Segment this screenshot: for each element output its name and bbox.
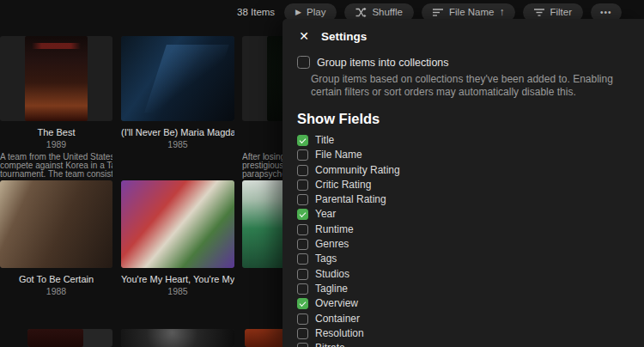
field-option-title[interactable]: Title bbox=[297, 135, 644, 146]
field-checkbox[interactable] bbox=[297, 298, 308, 309]
field-option-file-name[interactable]: File Name bbox=[297, 149, 644, 161]
sort-icon bbox=[433, 9, 444, 16]
poster-image[interactable] bbox=[0, 36, 112, 121]
field-option-year[interactable]: Year bbox=[297, 209, 644, 220]
settings-panel: ✕ Settings Group items into collections … bbox=[283, 19, 644, 347]
field-checkbox[interactable] bbox=[297, 343, 308, 347]
thumbnail-image[interactable] bbox=[121, 329, 234, 347]
group-into-collections-label: Group items into collections bbox=[317, 57, 449, 69]
field-option-tags[interactable]: Tags bbox=[297, 253, 644, 265]
sort-ascending-icon: ↑ bbox=[499, 7, 504, 17]
filter-icon bbox=[534, 9, 544, 16]
card-year: 1985 bbox=[121, 286, 234, 296]
card-overview: A team from the United States is going t… bbox=[0, 153, 112, 179]
field-option-resolution[interactable]: Resolution bbox=[297, 328, 644, 339]
shuffle-icon bbox=[355, 8, 367, 17]
field-checkbox[interactable] bbox=[297, 224, 308, 235]
media-card[interactable]: (I'll Never Be) Maria Magdalena 1985 bbox=[121, 36, 234, 149]
field-checkbox[interactable] bbox=[297, 165, 308, 176]
card-title: Got To Be Certain bbox=[0, 274, 112, 285]
field-option-critic-rating[interactable]: Critic Rating bbox=[297, 180, 644, 191]
ellipsis-icon: ••• bbox=[600, 8, 612, 17]
group-into-collections-checkbox[interactable] bbox=[297, 56, 310, 69]
field-option-parental-rating[interactable]: Parental Rating bbox=[297, 194, 644, 205]
field-checkbox[interactable] bbox=[297, 239, 308, 250]
field-checkbox[interactable] bbox=[297, 194, 308, 205]
field-option-runtime[interactable]: Runtime bbox=[297, 224, 644, 235]
field-checkbox[interactable] bbox=[297, 209, 308, 220]
close-icon[interactable]: ✕ bbox=[298, 30, 310, 42]
card-title: You're My Heart, You're My Soul bbox=[121, 274, 234, 285]
field-option-community-rating[interactable]: Community Rating bbox=[297, 165, 644, 176]
filter-button-label: Filter bbox=[550, 7, 572, 17]
field-checkbox[interactable] bbox=[297, 269, 308, 280]
poster-image[interactable] bbox=[27, 329, 112, 347]
settings-panel-header: ✕ Settings bbox=[283, 19, 644, 45]
field-checkbox[interactable] bbox=[297, 328, 308, 339]
thumbnail-image[interactable] bbox=[121, 180, 234, 268]
group-into-collections-description: Group items based on collections they've… bbox=[311, 73, 635, 99]
play-button-label: Play bbox=[307, 7, 325, 17]
field-checkbox[interactable] bbox=[297, 180, 308, 191]
field-option-tagline[interactable]: Tagline bbox=[297, 283, 644, 295]
items-count: 38 Items bbox=[237, 7, 275, 17]
media-card[interactable] bbox=[27, 329, 112, 347]
media-card[interactable] bbox=[121, 329, 234, 347]
media-card[interactable]: The Best 1989 A team from the United Sta… bbox=[0, 36, 112, 179]
field-checkbox[interactable] bbox=[297, 135, 308, 146]
media-card[interactable]: Got To Be Certain 1988 bbox=[0, 180, 112, 296]
card-year: 1985 bbox=[121, 139, 234, 149]
field-option-studios[interactable]: Studios bbox=[297, 269, 644, 280]
field-option-container[interactable]: Container bbox=[297, 314, 644, 325]
card-year: 1989 bbox=[0, 139, 112, 149]
field-option-overview[interactable]: Overview bbox=[297, 298, 644, 309]
field-checkbox[interactable] bbox=[297, 253, 308, 265]
field-checkbox[interactable] bbox=[297, 283, 308, 295]
media-card[interactable]: You're My Heart, You're My Soul 1985 bbox=[121, 180, 234, 296]
play-icon: ▶ bbox=[295, 9, 301, 16]
card-year: 1988 bbox=[0, 286, 112, 296]
shuffle-button-label: Shuffle bbox=[372, 7, 403, 17]
field-checkbox[interactable] bbox=[297, 149, 308, 161]
field-checkbox[interactable] bbox=[297, 314, 308, 325]
field-option-genres[interactable]: Genres bbox=[297, 239, 644, 250]
card-title: (I'll Never Be) Maria Magdalena bbox=[121, 127, 234, 138]
group-into-collections-option[interactable]: Group items into collections bbox=[297, 56, 644, 69]
card-title: The Best bbox=[0, 127, 112, 138]
field-option-bitrate[interactable]: Bitrate bbox=[297, 343, 644, 347]
thumbnail-image[interactable] bbox=[121, 36, 234, 121]
sort-button-label: File Name bbox=[449, 7, 494, 17]
show-fields-list: Title File Name Community Rating Critic … bbox=[297, 135, 644, 347]
thumbnail-image[interactable] bbox=[0, 180, 112, 268]
show-fields-heading: Show Fields bbox=[297, 111, 644, 127]
settings-panel-title: Settings bbox=[321, 30, 367, 43]
